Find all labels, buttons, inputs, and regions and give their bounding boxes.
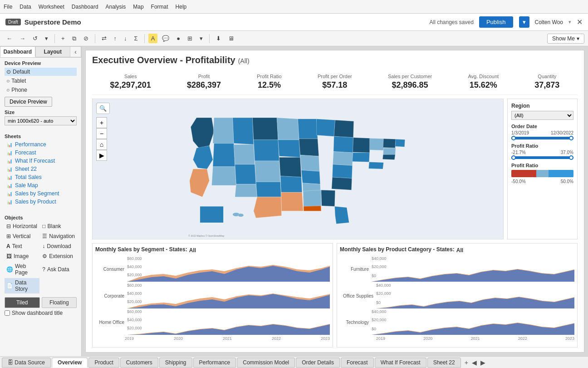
state-sc[interactable] <box>332 177 352 190</box>
state-la[interactable] <box>281 192 304 211</box>
object-navigation[interactable]: ☰ Navigation <box>40 232 77 241</box>
state-sd[interactable] <box>254 140 279 161</box>
map-search-icon[interactable]: 🔍 <box>96 103 110 114</box>
state-va[interactable] <box>333 152 353 166</box>
swap-button[interactable]: ⇄ <box>99 34 109 43</box>
show-title-checkbox[interactable] <box>5 310 10 316</box>
tab-next-button[interactable]: ▶ <box>480 358 486 367</box>
state-fl[interactable] <box>335 206 349 224</box>
state-wv[interactable] <box>333 136 353 153</box>
map-container[interactable]: 🔍 + − ⌂ ▶ <box>92 99 504 239</box>
state-tx[interactable] <box>254 197 282 218</box>
device-option-default[interactable]: ⊙ Default <box>5 68 77 76</box>
tab-performance[interactable]: Performance <box>193 358 236 368</box>
sheet-item-salemap[interactable]: 📊 Sale Map <box>5 181 77 189</box>
region-filter-select[interactable]: (All) <box>511 111 573 120</box>
tab-forecast[interactable]: Forecast <box>341 358 374 368</box>
dropdown-button[interactable]: ▾ <box>42 34 51 43</box>
state-co[interactable] <box>235 164 256 184</box>
menu-map[interactable]: Map <box>133 4 143 10</box>
state-nd[interactable] <box>252 118 278 140</box>
state-wa[interactable] <box>191 118 214 148</box>
sheet-item-sheet22[interactable]: 📊 Sheet 22 <box>5 165 77 173</box>
tab-dashboard[interactable]: Dashboard <box>0 46 35 57</box>
state-nv[interactable] <box>213 144 235 167</box>
object-text[interactable]: A Text <box>5 242 39 251</box>
tab-layout[interactable]: Layout <box>35 46 71 57</box>
sheet-item-whatifforecast[interactable]: 📊 What If Forecast <box>5 157 77 165</box>
object-datastory[interactable]: 📄 Data Story <box>5 278 39 293</box>
highlight-button[interactable]: A <box>148 34 158 43</box>
state-pa[interactable] <box>353 138 370 153</box>
map-home-button[interactable]: ⌂ <box>96 139 107 150</box>
state-oh[interactable] <box>334 120 354 138</box>
tab-prev-button[interactable]: ◀ <box>471 358 478 367</box>
object-blank[interactable]: □ Blank <box>40 222 77 231</box>
device-radio-default[interactable]: ⊙ <box>6 69 11 75</box>
state-in[interactable] <box>300 155 320 171</box>
tab-customers[interactable]: Customers <box>120 358 158 368</box>
state-ga[interactable] <box>321 190 335 206</box>
state-ia[interactable] <box>278 140 300 157</box>
menu-analysis[interactable]: Analysis <box>106 4 126 10</box>
tab-overview[interactable]: Overview <box>52 358 88 368</box>
tab-commission-model[interactable]: Commission Model <box>237 358 295 368</box>
order-date-range-handle-left[interactable] <box>511 136 516 140</box>
map-zoom-out-button[interactable]: − <box>96 128 107 139</box>
order-date-range-handle-right[interactable] <box>569 136 573 140</box>
object-download[interactable]: ↓ Download <box>40 242 77 251</box>
tab-sheet22[interactable]: Sheet 22 <box>427 358 461 368</box>
download-button[interactable]: ⬇ <box>213 34 224 43</box>
new-sheet-button[interactable]: + <box>59 34 68 43</box>
device-option-tablet[interactable]: ○ Tablet <box>5 77 77 85</box>
object-vertical[interactable]: ⊞ Vertical <box>5 232 39 241</box>
state-nm[interactable] <box>235 184 257 197</box>
state-ak[interactable] <box>200 206 223 223</box>
state-mn[interactable] <box>277 118 299 140</box>
profit-ratio-range-bar[interactable] <box>511 156 573 159</box>
duplicate-button[interactable]: ⧉ <box>69 34 79 44</box>
fit-button[interactable]: ⊞ <box>185 34 195 43</box>
size-select[interactable]: min 1000x620 - auto <box>5 116 77 125</box>
back-button[interactable]: ← <box>4 34 15 43</box>
state-ca[interactable] <box>190 169 210 197</box>
state-nh[interactable] <box>383 148 396 155</box>
map-play-button[interactable]: ▶ <box>96 150 107 161</box>
state-az[interactable] <box>212 167 236 185</box>
device-button[interactable]: 🖥 <box>225 34 237 43</box>
state-il[interactable] <box>299 139 319 156</box>
object-image[interactable]: 🖼 Image <box>5 252 39 261</box>
user-dropdown-icon[interactable]: ▾ <box>568 19 571 25</box>
close-button[interactable]: ✕ <box>577 18 583 26</box>
device-preview-button[interactable]: Device Preview <box>5 97 52 107</box>
map-zoom-in-button[interactable]: + <box>96 117 107 128</box>
menu-worksheet[interactable]: Worksheet <box>39 4 64 10</box>
tiled-button[interactable]: Tiled <box>5 297 40 308</box>
sheet-item-totalsales[interactable]: 📊 Total Sales <box>5 173 77 181</box>
state-mo[interactable] <box>279 157 301 177</box>
menu-file[interactable]: File <box>4 4 12 10</box>
state-nc[interactable] <box>332 164 352 179</box>
profit-ratio-handle-left[interactable] <box>511 155 516 160</box>
forward-button[interactable]: → <box>17 34 28 43</box>
sheet-item-performance[interactable]: 📊 Performance <box>5 140 77 149</box>
state-ks[interactable] <box>256 182 281 197</box>
replay-button[interactable]: ↺ <box>30 34 40 43</box>
tab-whatif-forecast[interactable]: What If Forecast <box>375 358 426 368</box>
tab-shipping[interactable]: Shipping <box>159 358 192 368</box>
show-me-button[interactable]: Show Me ▾ <box>547 34 584 44</box>
publish-button[interactable]: Publish <box>479 16 513 28</box>
aggregate-button[interactable]: Σ <box>132 34 141 43</box>
sheet-item-salesbyproduct[interactable]: 📊 Sales by Product <box>5 198 77 206</box>
state-ar[interactable] <box>280 176 302 192</box>
device-option-phone[interactable]: ○ Phone <box>5 86 77 94</box>
tab-order-details[interactable]: Order Details <box>296 358 340 368</box>
state-or[interactable] <box>193 146 213 169</box>
order-date-range-bar[interactable] <box>511 137 573 139</box>
user-name[interactable]: Colten Woo <box>535 19 563 25</box>
device-radio-phone[interactable]: ○ <box>6 87 10 93</box>
state-ny[interactable] <box>370 138 384 150</box>
state-al[interactable] <box>303 190 321 206</box>
sort-asc-button[interactable]: ↑ <box>111 34 120 43</box>
state-wi[interactable] <box>298 119 318 139</box>
